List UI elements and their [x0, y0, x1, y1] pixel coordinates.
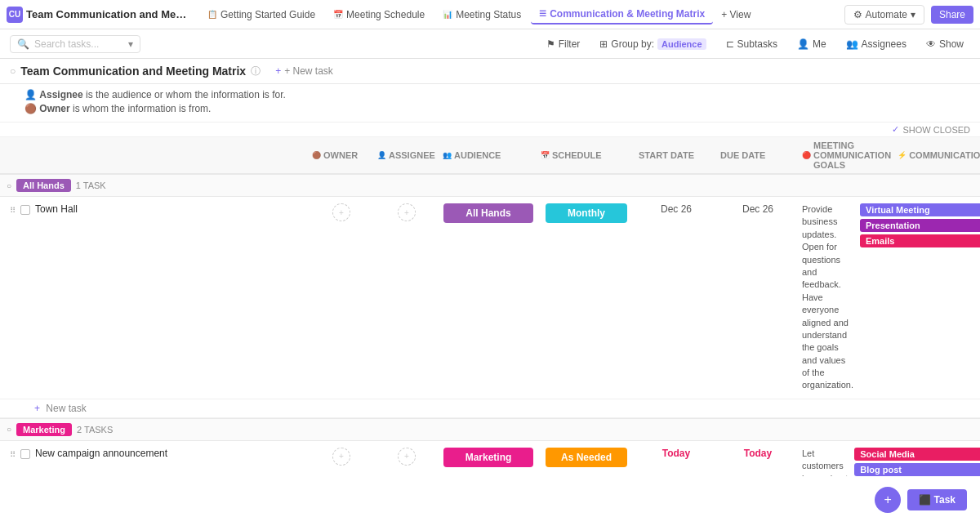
- page-title: Team Communication and Meeting Matrix: [20, 65, 246, 78]
- group-name-cell-all-hands: ○ All Hands 1 TASK: [7, 179, 309, 192]
- circle-icon: ○: [10, 65, 16, 77]
- task-handle: ⠿: [10, 450, 16, 459]
- audience-pill[interactable]: All Hands: [443, 203, 533, 223]
- me-button[interactable]: 👤 Me: [791, 36, 833, 52]
- filter-button[interactable]: ⚑ Filter: [540, 36, 587, 52]
- comm-icon: ⚡: [898, 151, 906, 159]
- owner-cell: +: [309, 200, 374, 225]
- task-name: Town Hall: [35, 203, 78, 215]
- topbar-right: ⚙ Automate ▾ Share: [844, 5, 973, 25]
- task-checkbox[interactable]: [20, 449, 30, 459]
- tab-icon-getting-started: 📋: [207, 10, 217, 19]
- tab-meeting-status[interactable]: 📊 Meeting Status: [434, 6, 529, 24]
- group-count-marketing: 2 TASKS: [77, 425, 113, 435]
- owner-icon: 🟤: [312, 151, 321, 159]
- table-row: ⠿ New campaign announcement + + Marketin…: [0, 441, 980, 476]
- toolbar: 🔍 Search tasks... ▾ ⚑ Filter ⊞ Group by:…: [0, 29, 980, 59]
- new-task-button[interactable]: + + New task: [270, 64, 338, 78]
- goals-cell: Provide business updates. Open for quest…: [799, 200, 857, 395]
- tab-getting-started[interactable]: 📋 Getting Started Guide: [199, 6, 323, 24]
- comm-cell: Social Media Blog post Emails: [851, 444, 980, 476]
- assignees-button[interactable]: 👥 Assignees: [840, 36, 913, 52]
- subtasks-button[interactable]: ⊏ Subtasks: [719, 36, 784, 52]
- schedule-pill[interactable]: As Needed: [546, 448, 627, 467]
- comm-badge[interactable]: Virtual Meeting: [860, 203, 980, 216]
- filter-icon: ⚑: [546, 38, 555, 50]
- table-row: ⠿ Town Hall + + All Hands Monthly Dec 26…: [0, 197, 980, 399]
- group-icon: ⊞: [599, 38, 608, 50]
- tab-icon-meeting-schedule: 📅: [333, 10, 343, 19]
- group-count-all-hands: 1 TASK: [76, 181, 106, 190]
- schedule-icon: 📅: [541, 151, 550, 159]
- comm-badge[interactable]: Emails: [860, 234, 980, 247]
- comm-badge[interactable]: Blog post: [854, 463, 980, 476]
- col-assignee: 👤 ASSIGNEE: [374, 150, 439, 160]
- schedule-cell: Monthly: [537, 200, 635, 226]
- audience-icon: 👥: [443, 151, 452, 159]
- goals-cell: Let customers know about this year's hol…: [799, 444, 851, 476]
- eye-icon: 👁: [926, 38, 936, 50]
- show-button[interactable]: 👁 Show: [920, 36, 970, 52]
- plus-icon: +: [34, 403, 40, 414]
- topbar: CU Team Communication and Meeting Ma... …: [0, 0, 980, 29]
- assignee-icon: 👤: [377, 151, 386, 159]
- assignees-icon: 👥: [846, 38, 858, 50]
- group-header-marketing: ○ Marketing 2 TASKS: [0, 418, 980, 441]
- me-icon: 👤: [797, 38, 809, 50]
- assignee-circle[interactable]: +: [398, 203, 416, 221]
- comm-badge[interactable]: Presentation: [860, 219, 980, 232]
- owner-circle[interactable]: +: [332, 448, 350, 466]
- app-icon: CU: [7, 7, 23, 23]
- info-assignee: 👤 Assignee is the audience or whom the i…: [24, 89, 970, 100]
- group-header-all-hands: ○ All Hands 1 TASK: [0, 174, 980, 197]
- group-by-button[interactable]: ⊞ Group by: Audience: [593, 36, 712, 52]
- goals-icon: 🔴: [802, 151, 811, 159]
- share-button[interactable]: Share: [931, 6, 973, 24]
- col-comm-method: ⚡ COMMUNICATION METHOD: [894, 150, 980, 160]
- audience-pill[interactable]: Marketing: [443, 448, 533, 467]
- main-content: ○ All Hands 1 TASK ⠿ Town Hall + + All H…: [0, 174, 980, 476]
- owner-circle[interactable]: +: [332, 203, 350, 221]
- show-closed-button[interactable]: ✓ SHOW CLOSED: [892, 124, 970, 135]
- add-view-button[interactable]: + View: [715, 6, 757, 24]
- list-header: ○ Team Communication and Meeting Matrix …: [0, 59, 980, 84]
- col-due-date: DUE DATE: [717, 150, 799, 160]
- new-task-row-all-hands[interactable]: + New task: [0, 399, 980, 418]
- assignee-circle[interactable]: +: [398, 448, 416, 466]
- task-name-cell: ⠿ Town Hall: [7, 200, 309, 218]
- assignee-cell: +: [374, 200, 439, 225]
- tab-icon-meeting-status: 📊: [443, 10, 452, 19]
- chevron-down-icon: ▾: [911, 9, 915, 20]
- schedule-pill[interactable]: Monthly: [546, 203, 627, 223]
- show-closed-area: ✓ SHOW CLOSED: [0, 123, 980, 137]
- task-checkbox[interactable]: [20, 205, 30, 215]
- audience-cell: All Hands: [439, 200, 537, 226]
- tab-meeting-schedule[interactable]: 📅 Meeting Schedule: [325, 6, 433, 24]
- search-icon: 🔍: [17, 38, 29, 50]
- group-marketing: ○ Marketing 2 TASKS ⠿ New campaign annou…: [0, 418, 980, 476]
- group-all-hands: ○ All Hands 1 TASK ⠿ Town Hall + + All H…: [0, 174, 980, 418]
- group-badge-marketing[interactable]: Marketing: [16, 423, 72, 436]
- task-name: New campaign announcement: [35, 448, 167, 459]
- subtasks-icon: ⊏: [726, 38, 734, 50]
- checkmark-icon: ✓: [892, 124, 899, 135]
- tab-icon-communication-matrix: ☰: [539, 9, 546, 18]
- col-goals: 🔴 MEETING COMMUNICATION GOALS: [799, 140, 894, 170]
- group-chevron-all-hands[interactable]: ○: [7, 181, 11, 190]
- column-headers: 🟤 OWNER 👤 ASSIGNEE 👥 AUDIENCE 📅 SCHEDULE…: [0, 137, 980, 174]
- search-input[interactable]: 🔍 Search tasks... ▾: [10, 35, 140, 53]
- toolbar-actions: ⚑ Filter ⊞ Group by: Audience ⊏ Subtasks…: [540, 36, 970, 52]
- info-owner: 🟤 Owner is whom the information is from.: [24, 103, 970, 114]
- col-start-date: START DATE: [635, 150, 717, 160]
- comm-badge[interactable]: Social Media: [854, 448, 980, 461]
- group-by-value: Audience: [657, 38, 706, 50]
- plus-icon: +: [275, 65, 281, 77]
- due-date-cell: Dec 26: [717, 200, 799, 218]
- comm-cell: Virtual Meeting Presentation Emails: [857, 200, 980, 251]
- group-chevron-marketing[interactable]: ○: [7, 425, 11, 434]
- chevron-down-icon: ▾: [128, 38, 133, 50]
- group-badge-all-hands[interactable]: All Hands: [16, 179, 71, 192]
- automate-button[interactable]: ⚙ Automate ▾: [844, 5, 924, 25]
- tab-bar: 📋 Getting Started Guide 📅 Meeting Schedu…: [199, 5, 841, 25]
- tab-communication-matrix[interactable]: ☰ Communication & Meeting Matrix: [531, 5, 713, 25]
